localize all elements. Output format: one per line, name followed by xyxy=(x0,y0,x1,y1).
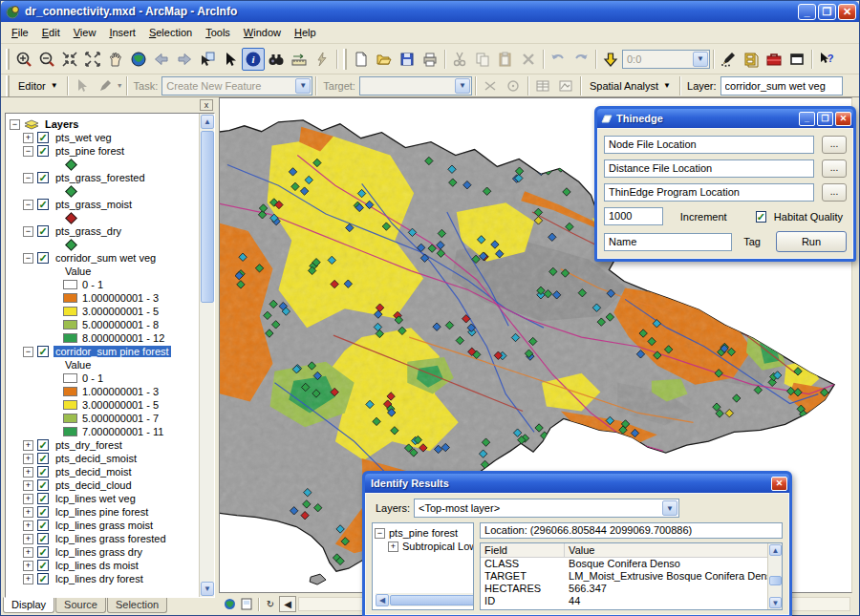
browse-button[interactable]: ... xyxy=(822,183,847,202)
menu-item-tools[interactable]: Tools xyxy=(199,24,237,41)
expand-icon[interactable]: + xyxy=(23,547,33,558)
layer-combo[interactable]: corridor_sum wet veg xyxy=(720,76,843,96)
restore-button[interactable]: ❐ xyxy=(818,4,836,20)
toc-tab-source[interactable]: Source xyxy=(55,598,106,613)
toc-tab-display[interactable]: Display xyxy=(3,597,54,613)
identify-layers-combo[interactable]: <Top-most layer>▼ xyxy=(414,499,679,518)
identify-close-button[interactable]: ✕ xyxy=(771,477,787,491)
measure-button[interactable] xyxy=(288,48,311,71)
collapse-icon[interactable]: − xyxy=(23,347,33,357)
layer-label[interactable]: lcp_lines dry forest xyxy=(54,573,145,584)
thinedge-title-bar[interactable]: Thinedge _ ❐ ✕ xyxy=(597,109,853,128)
back-extent-button[interactable] xyxy=(150,48,173,71)
browse-button[interactable]: ... xyxy=(822,159,847,178)
select-features-button[interactable] xyxy=(196,48,219,71)
delete-button[interactable] xyxy=(517,48,540,71)
identify-button[interactable]: i xyxy=(242,48,265,71)
scale-combo[interactable]: 0:0▼ xyxy=(622,50,710,69)
collapse-icon[interactable]: − xyxy=(23,200,33,210)
hyperlink-lightning-button[interactable] xyxy=(311,48,333,71)
layer-label[interactable]: lcp_lines pine forest xyxy=(54,506,150,518)
layer-label[interactable]: lcp_lines grass moist xyxy=(54,520,155,531)
editor-menu-button[interactable]: Editor▼ xyxy=(12,75,64,96)
layer-label[interactable]: corridor_sum pine forest xyxy=(54,346,171,357)
save-button[interactable] xyxy=(396,48,419,71)
expand-icon[interactable]: + xyxy=(23,494,33,504)
add-data-button[interactable] xyxy=(599,48,622,71)
identify-table-vscrollbar[interactable]: ▲ ▼ xyxy=(767,543,782,609)
edit-arrow-tool[interactable] xyxy=(71,74,94,97)
collapse-icon[interactable]: − xyxy=(23,253,33,264)
table-row[interactable]: ID44 xyxy=(481,595,782,607)
layer-label[interactable]: pts_grass_dry xyxy=(54,225,123,237)
thinedge-minimize-button[interactable]: _ xyxy=(799,112,815,126)
identify-tree[interactable]: −pts_pine forest +Subtropical Lower Mor … xyxy=(372,522,474,610)
command-window-button[interactable] xyxy=(785,48,808,71)
undo-button[interactable] xyxy=(547,48,570,71)
layer-checkbox[interactable]: ✓ xyxy=(37,199,49,210)
full-extent-globe-button[interactable] xyxy=(127,48,150,71)
toolbar-grip[interactable] xyxy=(6,49,10,70)
layer-checkbox[interactable]: ✓ xyxy=(37,466,49,478)
target-combo[interactable]: ▼ xyxy=(359,76,472,96)
sketch-tool-dropdown[interactable]: ▼ xyxy=(117,82,123,89)
expand-icon[interactable]: + xyxy=(23,133,33,143)
expand-icon[interactable]: + xyxy=(23,520,33,531)
collapse-icon[interactable]: − xyxy=(23,226,33,237)
layer-label[interactable]: corridor_sum wet veg xyxy=(54,252,158,264)
layer-label[interactable]: pts_grass_forested xyxy=(54,172,147,183)
layer-label[interactable]: pts_decid_moist xyxy=(54,466,134,478)
layer-label[interactable]: pts_pine forest xyxy=(54,145,126,157)
new-document-button[interactable] xyxy=(350,48,373,71)
layer-label[interactable]: lcp_lines wet veg xyxy=(54,493,138,504)
minimize-button[interactable]: _ xyxy=(798,4,816,20)
expand-icon[interactable]: + xyxy=(23,574,33,584)
file-location-input-0[interactable]: Node File Location xyxy=(604,136,814,154)
layer-label[interactable]: lcp_lines grass dry xyxy=(54,546,144,558)
identify-tree-root[interactable]: pts_pine forest xyxy=(389,527,458,539)
map-scroll-left-icon[interactable]: ◀ xyxy=(279,596,296,612)
arccatalog-button[interactable] xyxy=(740,48,763,71)
layer-checkbox[interactable]: ✓ xyxy=(37,439,49,451)
expand-icon[interactable]: + xyxy=(23,507,33,518)
collapse-icon[interactable]: − xyxy=(23,173,33,183)
layer-checkbox[interactable]: ✓ xyxy=(37,145,49,157)
zoom-out-button[interactable] xyxy=(35,48,58,71)
file-location-input-2[interactable]: ThinEdge Program Location xyxy=(604,183,814,202)
thinedge-close-button[interactable]: ✕ xyxy=(835,112,851,126)
toc-scrollbar-thumb[interactable] xyxy=(201,131,214,303)
sketch-pencil-tool[interactable] xyxy=(94,74,117,97)
fixed-zoom-out-button[interactable] xyxy=(81,48,104,71)
expand-icon[interactable]: + xyxy=(23,440,33,451)
menu-item-file[interactable]: File xyxy=(5,24,35,41)
identify-results-dialog[interactable]: Identify Results ✕ Layers: <Top-most lay… xyxy=(362,471,792,616)
field-column-header[interactable]: Field xyxy=(481,543,565,557)
data-view-button[interactable] xyxy=(221,596,238,612)
thinedge-maximize-button[interactable]: ❐ xyxy=(817,112,833,126)
layer-label[interactable]: pts_decid_cloud xyxy=(54,479,134,491)
attributes-tool[interactable] xyxy=(531,74,554,97)
toc-close-button[interactable]: x xyxy=(200,99,213,111)
value-column-header[interactable]: Value xyxy=(565,543,782,557)
toolbar-grip[interactable] xyxy=(6,75,10,96)
close-button[interactable]: ✕ xyxy=(838,4,856,20)
layer-checkbox[interactable]: ✓ xyxy=(37,573,49,584)
split-tool[interactable] xyxy=(479,74,502,97)
layer-label[interactable]: lcp_lines ds moist xyxy=(54,560,140,571)
layer-checkbox[interactable]: ✓ xyxy=(37,172,49,183)
layer-label[interactable]: pts_wet veg xyxy=(54,132,114,143)
open-document-button[interactable] xyxy=(373,48,396,71)
toc-tab-selection[interactable]: Selection xyxy=(107,598,167,613)
scroll-up-icon[interactable]: ▲ xyxy=(201,115,214,129)
editor-pencil-button[interactable] xyxy=(717,48,740,71)
file-location-input-1[interactable]: Distance File Location xyxy=(604,159,814,178)
hscroll-thumb[interactable] xyxy=(390,595,474,605)
layout-view-button[interactable] xyxy=(238,596,255,612)
habitat-quality-checkbox[interactable]: ✓ xyxy=(756,211,766,223)
increment-input[interactable]: 1000 xyxy=(604,207,663,225)
layer-checkbox[interactable]: ✓ xyxy=(37,546,49,558)
menu-item-view[interactable]: View xyxy=(67,24,103,41)
print-button[interactable] xyxy=(419,48,441,71)
layer-checkbox[interactable]: ✓ xyxy=(37,506,49,518)
menu-item-help[interactable]: Help xyxy=(288,24,323,41)
